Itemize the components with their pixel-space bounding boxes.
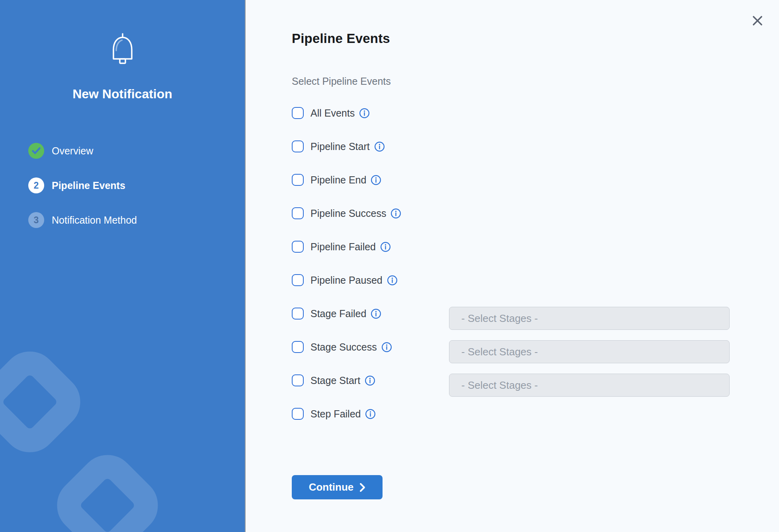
section-subtitle: Select Pipeline Events	[292, 76, 391, 87]
event-row-pipeline-start: Pipeline Start	[292, 140, 750, 152]
info-icon[interactable]	[359, 108, 370, 119]
brand-watermark-icon	[0, 340, 92, 464]
step-number-badge: 3	[28, 212, 44, 228]
all-events-checkbox[interactable]	[292, 107, 304, 119]
event-label: Pipeline Success	[310, 208, 386, 219]
sidebar: New Notification Overview 2 Pipeline Eve…	[0, 0, 246, 532]
event-row-stage-start: Stage Start - Select Stages -	[292, 374, 750, 386]
brand-watermark-icon	[45, 443, 169, 532]
event-label: Pipeline Failed	[310, 241, 376, 253]
info-icon[interactable]	[371, 308, 381, 319]
stage-select-placeholder: - Select Stages -	[461, 312, 538, 325]
info-icon[interactable]	[387, 275, 398, 286]
info-icon[interactable]	[365, 409, 376, 419]
event-label: Stage Failed	[310, 308, 366, 320]
info-icon[interactable]	[374, 141, 385, 152]
step-label: Notification Method	[52, 214, 137, 226]
modal-title: New Notification	[0, 87, 245, 101]
close-icon[interactable]	[752, 15, 763, 27]
step-failed-checkbox[interactable]	[292, 408, 304, 420]
event-row-pipeline-success: Pipeline Success	[292, 207, 750, 219]
step-label: Pipeline Events	[52, 180, 125, 191]
wizard-steps: Overview 2 Pipeline Events 3 Notificatio…	[28, 143, 137, 247]
continue-button-label: Continue	[309, 481, 354, 493]
event-row-stage-success: Stage Success - Select Stages -	[292, 341, 750, 353]
stage-failed-select[interactable]: - Select Stages -	[449, 307, 730, 330]
step-complete-badge	[28, 143, 44, 159]
pipeline-paused-checkbox[interactable]	[292, 274, 304, 286]
new-notification-modal: New Notification Overview 2 Pipeline Eve…	[0, 0, 779, 532]
stage-start-checkbox[interactable]	[292, 374, 304, 386]
pipeline-success-checkbox[interactable]	[292, 207, 304, 219]
pipeline-end-checkbox[interactable]	[292, 174, 304, 186]
stage-start-select[interactable]: - Select Stages -	[449, 374, 730, 397]
pipeline-failed-checkbox[interactable]	[292, 241, 304, 253]
stage-select-placeholder: - Select Stages -	[461, 379, 538, 392]
event-label: Pipeline Paused	[310, 275, 383, 286]
info-icon[interactable]	[371, 175, 381, 185]
stage-failed-checkbox[interactable]	[292, 308, 304, 320]
event-row-stage-failed: Stage Failed - Select Stages -	[292, 308, 750, 320]
info-icon[interactable]	[380, 242, 391, 252]
event-label: Pipeline Start	[310, 141, 370, 152]
event-row-pipeline-end: Pipeline End	[292, 174, 750, 186]
check-icon	[32, 147, 41, 154]
step-number-badge: 2	[28, 177, 44, 193]
stage-select-placeholder: - Select Stages -	[461, 346, 538, 358]
event-row-all-events: All Events	[292, 107, 750, 119]
info-icon[interactable]	[381, 342, 392, 353]
bell-icon	[0, 33, 245, 66]
info-icon[interactable]	[390, 208, 401, 219]
sidebar-step-notification-method[interactable]: 3 Notification Method	[28, 212, 137, 228]
event-list: All Events Pipeline Start	[292, 107, 750, 441]
step-label: Overview	[52, 145, 93, 157]
event-label: Stage Start	[310, 375, 360, 386]
event-label: Stage Success	[310, 341, 377, 353]
event-label: All Events	[310, 107, 355, 119]
sidebar-step-overview[interactable]: Overview	[28, 143, 137, 159]
event-row-pipeline-failed: Pipeline Failed	[292, 241, 750, 253]
stage-success-select[interactable]: - Select Stages -	[449, 340, 730, 363]
chevron-right-icon	[359, 483, 365, 492]
event-row-pipeline-paused: Pipeline Paused	[292, 274, 750, 286]
event-label: Step Failed	[310, 408, 361, 420]
stage-success-checkbox[interactable]	[292, 341, 304, 353]
pipeline-start-checkbox[interactable]	[292, 140, 304, 152]
event-label: Pipeline End	[310, 174, 366, 186]
sidebar-step-pipeline-events[interactable]: 2 Pipeline Events	[28, 177, 137, 193]
event-row-step-failed: Step Failed	[292, 408, 750, 420]
continue-button[interactable]: Continue	[292, 475, 383, 499]
page-title: Pipeline Events	[292, 31, 390, 46]
info-icon[interactable]	[365, 375, 375, 386]
